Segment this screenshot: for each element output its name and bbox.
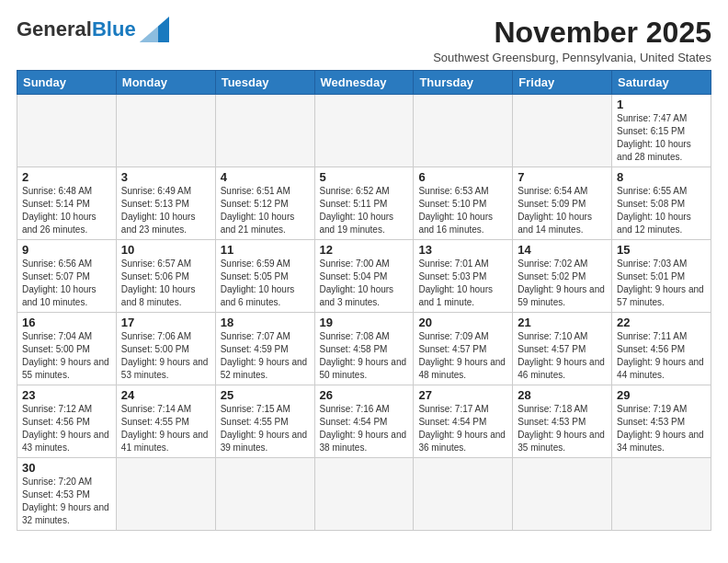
svg-marker-1: [140, 26, 158, 42]
day-number: 6: [418, 170, 507, 184]
day-info: Sunrise: 7:47 AM Sunset: 6:15 PM Dayligh…: [617, 112, 706, 164]
day-number: 7: [518, 170, 607, 184]
col-sunday: Sunday: [17, 71, 117, 95]
day-number: 3: [121, 170, 210, 184]
calendar-cell: 3Sunrise: 6:49 AM Sunset: 5:13 PM Daylig…: [116, 167, 215, 240]
day-number: 17: [121, 316, 210, 329]
calendar-cell: 2Sunrise: 6:48 AM Sunset: 5:14 PM Daylig…: [17, 167, 117, 240]
day-info: Sunrise: 7:15 AM Sunset: 4:55 PM Dayligh…: [221, 403, 310, 454]
col-monday: Monday: [116, 71, 215, 95]
day-number: 15: [617, 243, 706, 257]
calendar-cell: 6Sunrise: 6:53 AM Sunset: 5:10 PM Daylig…: [414, 167, 513, 240]
calendar-cell: [314, 95, 414, 167]
calendar-table: Sunday Monday Tuesday Wednesday Thursday…: [17, 70, 711, 531]
calendar-cell: 9Sunrise: 6:56 AM Sunset: 5:07 PM Daylig…: [17, 240, 117, 313]
day-number: 21: [518, 316, 607, 329]
calendar-cell: 11Sunrise: 6:59 AM Sunset: 5:05 PM Dayli…: [215, 240, 314, 313]
day-info: Sunrise: 7:00 AM Sunset: 5:04 PM Dayligh…: [320, 258, 409, 309]
calendar-cell: [513, 95, 612, 167]
calendar-cell: 28Sunrise: 7:18 AM Sunset: 4:53 PM Dayli…: [513, 385, 612, 458]
day-number: 27: [418, 388, 507, 402]
calendar-cell: 12Sunrise: 7:00 AM Sunset: 5:04 PM Dayli…: [314, 240, 414, 313]
day-info: Sunrise: 6:57 AM Sunset: 5:06 PM Dayligh…: [121, 258, 210, 309]
calendar-cell: 4Sunrise: 6:51 AM Sunset: 5:12 PM Daylig…: [215, 167, 314, 240]
calendar-cell: 16Sunrise: 7:04 AM Sunset: 5:00 PM Dayli…: [17, 313, 117, 385]
col-tuesday: Tuesday: [215, 71, 314, 95]
calendar-cell: 17Sunrise: 7:06 AM Sunset: 5:00 PM Dayli…: [116, 313, 215, 385]
calendar-cell: [314, 458, 414, 531]
day-info: Sunrise: 7:10 AM Sunset: 4:57 PM Dayligh…: [518, 330, 607, 382]
calendar-cell: 27Sunrise: 7:17 AM Sunset: 4:54 PM Dayli…: [414, 385, 513, 458]
calendar-cell: 1Sunrise: 7:47 AM Sunset: 6:15 PM Daylig…: [612, 95, 711, 167]
subtitle: Southwest Greensburg, Pennsylvania, Unit…: [433, 51, 711, 64]
day-info: Sunrise: 7:11 AM Sunset: 4:56 PM Dayligh…: [617, 330, 706, 382]
calendar-cell: 8Sunrise: 6:55 AM Sunset: 5:08 PM Daylig…: [612, 167, 711, 240]
calendar-cell: [215, 458, 314, 531]
title-block: November 2025 Southwest Greensburg, Penn…: [433, 17, 711, 64]
day-number: 24: [121, 388, 210, 402]
day-info: Sunrise: 6:51 AM Sunset: 5:12 PM Dayligh…: [221, 185, 310, 236]
day-number: 23: [22, 388, 111, 402]
calendar-cell: 5Sunrise: 6:52 AM Sunset: 5:11 PM Daylig…: [314, 167, 414, 240]
day-info: Sunrise: 6:49 AM Sunset: 5:13 PM Dayligh…: [121, 185, 210, 236]
day-info: Sunrise: 7:01 AM Sunset: 5:03 PM Dayligh…: [418, 258, 507, 309]
day-info: Sunrise: 6:48 AM Sunset: 5:14 PM Dayligh…: [22, 185, 111, 236]
day-info: Sunrise: 7:12 AM Sunset: 4:56 PM Dayligh…: [22, 403, 111, 454]
day-info: Sunrise: 7:02 AM Sunset: 5:02 PM Dayligh…: [518, 258, 607, 309]
day-number: 25: [221, 388, 310, 402]
day-number: 22: [617, 316, 706, 329]
logo-text: GeneralBlue: [17, 17, 136, 41]
day-number: 28: [518, 388, 607, 402]
calendar-cell: 25Sunrise: 7:15 AM Sunset: 4:55 PM Dayli…: [215, 385, 314, 458]
day-number: 30: [22, 461, 111, 475]
calendar-header-row: Sunday Monday Tuesday Wednesday Thursday…: [17, 71, 711, 95]
logo: GeneralBlue: [17, 17, 169, 42]
calendar-cell: 24Sunrise: 7:14 AM Sunset: 4:55 PM Dayli…: [116, 385, 215, 458]
calendar-cell: [116, 458, 215, 531]
day-info: Sunrise: 7:04 AM Sunset: 5:00 PM Dayligh…: [22, 330, 111, 382]
day-info: Sunrise: 6:56 AM Sunset: 5:07 PM Dayligh…: [22, 258, 111, 309]
header: GeneralBlue November 2025 Southwest Gree…: [17, 17, 711, 64]
day-number: 5: [320, 170, 409, 184]
day-info: Sunrise: 6:52 AM Sunset: 5:11 PM Dayligh…: [320, 185, 409, 236]
day-number: 19: [320, 316, 409, 329]
day-number: 12: [320, 243, 409, 257]
day-number: 1: [617, 98, 706, 111]
day-info: Sunrise: 7:20 AM Sunset: 4:53 PM Dayligh…: [22, 476, 111, 527]
calendar-cell: 22Sunrise: 7:11 AM Sunset: 4:56 PM Dayli…: [612, 313, 711, 385]
calendar-cell: 14Sunrise: 7:02 AM Sunset: 5:02 PM Dayli…: [513, 240, 612, 313]
calendar-cell: [612, 458, 711, 531]
calendar-page: GeneralBlue November 2025 Southwest Gree…: [0, 0, 728, 540]
calendar-cell: 21Sunrise: 7:10 AM Sunset: 4:57 PM Dayli…: [513, 313, 612, 385]
calendar-cell: 26Sunrise: 7:16 AM Sunset: 4:54 PM Dayli…: [314, 385, 414, 458]
col-wednesday: Wednesday: [314, 71, 414, 95]
day-number: 20: [418, 316, 507, 329]
calendar-cell: [513, 458, 612, 531]
calendar-cell: 30Sunrise: 7:20 AM Sunset: 4:53 PM Dayli…: [17, 458, 117, 531]
calendar-cell: [414, 95, 513, 167]
day-number: 29: [617, 388, 706, 402]
col-saturday: Saturday: [612, 71, 711, 95]
day-info: Sunrise: 7:19 AM Sunset: 4:53 PM Dayligh…: [617, 403, 706, 454]
day-number: 26: [320, 388, 409, 402]
day-number: 16: [22, 316, 111, 329]
day-number: 18: [221, 316, 310, 329]
day-number: 2: [22, 170, 111, 184]
day-info: Sunrise: 7:06 AM Sunset: 5:00 PM Dayligh…: [121, 330, 210, 382]
day-info: Sunrise: 6:54 AM Sunset: 5:09 PM Dayligh…: [518, 185, 607, 236]
day-info: Sunrise: 6:55 AM Sunset: 5:08 PM Dayligh…: [617, 185, 706, 236]
day-info: Sunrise: 7:14 AM Sunset: 4:55 PM Dayligh…: [121, 403, 210, 454]
day-number: 9: [22, 243, 111, 257]
logo-icon: [140, 17, 169, 42]
day-number: 8: [617, 170, 706, 184]
calendar-cell: 13Sunrise: 7:01 AM Sunset: 5:03 PM Dayli…: [414, 240, 513, 313]
calendar-cell: 29Sunrise: 7:19 AM Sunset: 4:53 PM Dayli…: [612, 385, 711, 458]
day-info: Sunrise: 7:09 AM Sunset: 4:57 PM Dayligh…: [418, 330, 507, 382]
day-number: 10: [121, 243, 210, 257]
day-info: Sunrise: 7:03 AM Sunset: 5:01 PM Dayligh…: [617, 258, 706, 309]
day-number: 4: [221, 170, 310, 184]
calendar-cell: 23Sunrise: 7:12 AM Sunset: 4:56 PM Dayli…: [17, 385, 117, 458]
calendar-cell: 7Sunrise: 6:54 AM Sunset: 5:09 PM Daylig…: [513, 167, 612, 240]
day-info: Sunrise: 6:59 AM Sunset: 5:05 PM Dayligh…: [221, 258, 310, 309]
calendar-cell: 10Sunrise: 6:57 AM Sunset: 5:06 PM Dayli…: [116, 240, 215, 313]
